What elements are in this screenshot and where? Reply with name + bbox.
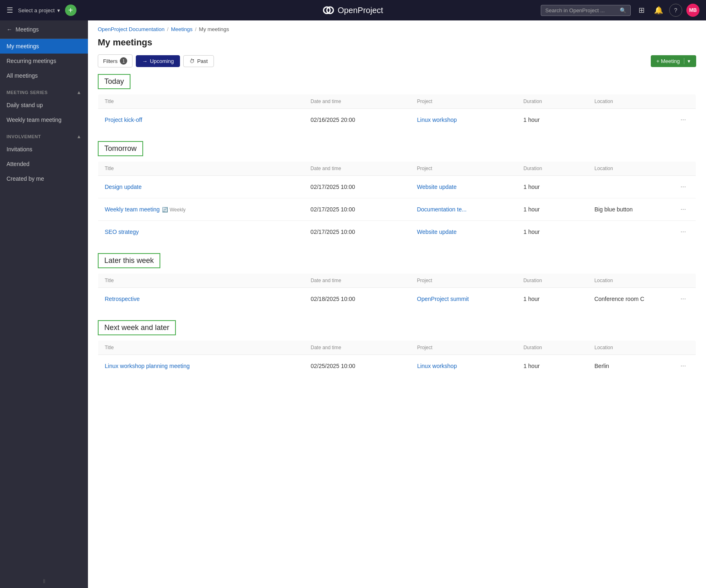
sidebar-item-attended[interactable]: Attended (0, 157, 88, 171)
project-link-project-kickoff[interactable]: Linux workshop (417, 117, 457, 123)
help-icon[interactable]: ? (669, 4, 682, 17)
col-header-datetime: Date and time (304, 162, 410, 176)
notifications-icon[interactable]: 🔔 (652, 4, 665, 17)
breadcrumb-meetings[interactable]: Meetings (171, 26, 193, 32)
add-meeting-label: + Meeting (657, 58, 680, 64)
table-row: Retrospective02/18/2025 10:00OpenProject… (98, 288, 696, 310)
table-row: Design update02/17/2025 10:00Website upd… (98, 176, 696, 198)
breadcrumb: OpenProject Documentation / Meetings / M… (88, 20, 706, 36)
page-title: My meetings (88, 36, 706, 54)
more-options-button[interactable]: ··· (677, 182, 689, 192)
meeting-project-linux-workshop-planning: Linux workshop (411, 355, 517, 377)
meeting-title-cell-seo-strategy: SEO strategy (98, 221, 304, 243)
meeting-actions-design-update: ··· (671, 176, 696, 198)
sidebar-item-weekly-team-meeting[interactable]: Weekly team meeting (0, 112, 88, 127)
upcoming-arrow-icon: → (142, 58, 147, 64)
search-placeholder: Search in OpenProject ... (545, 7, 605, 13)
project-selector-label: Select a project (18, 7, 55, 13)
meeting-datetime-weekly-team-meeting: 02/17/2025 10:00 (304, 198, 410, 221)
col-header-actions (671, 94, 696, 109)
logo-icon (323, 6, 334, 15)
tab-upcoming-label: Upcoming (150, 58, 174, 64)
meeting-title-cell-retrospective: Retrospective (98, 288, 304, 310)
table-row: SEO strategy02/17/2025 10:00Website upda… (98, 221, 696, 243)
sidebar-item-created-by-me[interactable]: Created by me (0, 171, 88, 186)
breadcrumb-sep-2: / (195, 26, 197, 32)
hamburger-menu-icon[interactable]: ☰ (7, 6, 13, 15)
add-meeting-button[interactable]: + Meeting ▾ (651, 55, 696, 67)
global-add-button[interactable]: + (65, 4, 76, 16)
involvement-toggle[interactable]: ▲ (76, 134, 81, 139)
col-header-actions (671, 274, 696, 288)
col-header-location: Location (588, 274, 671, 288)
meeting-link-seo-strategy[interactable]: SEO strategy (105, 229, 139, 235)
meeting-link-design-update[interactable]: Design update (105, 184, 142, 190)
grid-menu-icon[interactable]: ⊞ (635, 4, 648, 17)
more-options-button[interactable]: ··· (677, 294, 689, 304)
tab-past[interactable]: ⏱ Past (183, 55, 214, 67)
app-logo: OpenProject (323, 6, 383, 15)
project-link-linux-workshop-planning[interactable]: Linux workshop (417, 363, 457, 369)
more-options-button[interactable]: ··· (677, 204, 689, 215)
col-header-project: Project (411, 94, 517, 109)
meeting-project-weekly-team-meeting: Documentation te... (410, 198, 517, 221)
top-navigation: ☰ Select a project ▾ + OpenProject Searc… (0, 0, 706, 20)
recurring-badge: 🔄 Weekly (162, 207, 185, 213)
sidebar: ← Meetings My meetings Recurring meeting… (0, 20, 88, 588)
meeting-series-label: MEETING SERIES (7, 90, 48, 95)
project-selector[interactable]: Select a project ▾ (18, 7, 60, 13)
meeting-location-design-update (588, 176, 670, 198)
meeting-datetime-retrospective: 02/18/2025 10:00 (304, 288, 410, 310)
project-link-seo-strategy[interactable]: Website update (417, 229, 456, 235)
search-icon: 🔍 (620, 7, 626, 13)
section-later-this-week: Later this weekTitleDate and timeProject… (88, 253, 706, 320)
meeting-actions-weekly-team-meeting: ··· (671, 198, 696, 221)
involvement-section: INVOLVEMENT ▲ (0, 127, 88, 142)
breadcrumb-openproject-docs[interactable]: OpenProject Documentation (98, 26, 164, 32)
col-header-location: Location (588, 94, 670, 109)
sidebar-back-button[interactable]: ← Meetings (0, 20, 88, 39)
meeting-series-toggle[interactable]: ▲ (76, 90, 81, 95)
col-header-title: Title (98, 162, 304, 176)
main-content: OpenProject Documentation / Meetings / M… (88, 20, 706, 588)
col-header-project: Project (410, 274, 517, 288)
meeting-link-project-kickoff[interactable]: Project kick-off (105, 117, 142, 123)
meeting-link-retrospective[interactable]: Retrospective (105, 296, 140, 302)
project-link-weekly-team-meeting[interactable]: Documentation te... (417, 206, 466, 213)
col-header-location: Location (588, 341, 670, 355)
sidebar-item-recurring-meetings[interactable]: Recurring meetings (0, 54, 88, 68)
project-link-retrospective[interactable]: OpenProject summit (417, 296, 469, 302)
sidebar-item-my-meetings[interactable]: My meetings (0, 39, 88, 54)
more-options-button[interactable]: ··· (677, 114, 689, 125)
meeting-link-linux-workshop-planning[interactable]: Linux workshop planning meeting (105, 363, 190, 369)
involvement-label: INVOLVEMENT (7, 134, 41, 139)
meeting-project-design-update: Website update (410, 176, 517, 198)
more-options-button[interactable]: ··· (677, 227, 689, 237)
filter-count-badge: 1 (120, 57, 127, 65)
col-header-datetime: Date and time (304, 94, 410, 109)
meeting-datetime-linux-workshop-planning: 02/25/2025 10:00 (304, 355, 410, 377)
meeting-duration-project-kickoff: 1 hour (517, 109, 588, 131)
sidebar-item-all-meetings[interactable]: All meetings (0, 68, 88, 83)
sidebar-resize-handle[interactable]: ⦀ (0, 575, 88, 588)
sidebar-item-daily-standup[interactable]: Daily stand up (0, 98, 88, 112)
meeting-location-project-kickoff (588, 109, 670, 131)
back-arrow-icon: ← (7, 26, 12, 33)
meeting-duration-weekly-team-meeting: 1 hour (517, 198, 588, 221)
more-options-button[interactable]: ··· (677, 361, 689, 371)
filters-bar: Filters 1 → Upcoming ⏱ Past + Meeting ▾ (88, 54, 706, 74)
meeting-table-today: TitleDate and timeProjectDurationLocatio… (98, 94, 696, 131)
user-avatar[interactable]: MB (686, 4, 699, 17)
sidebar-item-invitations[interactable]: Invitations (0, 142, 88, 157)
meeting-link-weekly-team-meeting[interactable]: Weekly team meeting (105, 206, 160, 213)
search-box[interactable]: Search in OpenProject ... 🔍 (541, 5, 631, 16)
col-header-actions (671, 162, 696, 176)
filters-button[interactable]: Filters 1 (98, 54, 133, 67)
col-header-duration: Duration (517, 94, 588, 109)
tab-upcoming[interactable]: → Upcoming (136, 55, 180, 67)
project-link-design-update[interactable]: Website update (417, 184, 456, 190)
section-tomorrow: TomorrowTitleDate and timeProjectDuratio… (88, 141, 706, 253)
meeting-location-retrospective: Conference room C (588, 288, 671, 310)
filters-label: Filters (103, 58, 117, 64)
meeting-actions-linux-workshop-planning: ··· (671, 355, 696, 377)
